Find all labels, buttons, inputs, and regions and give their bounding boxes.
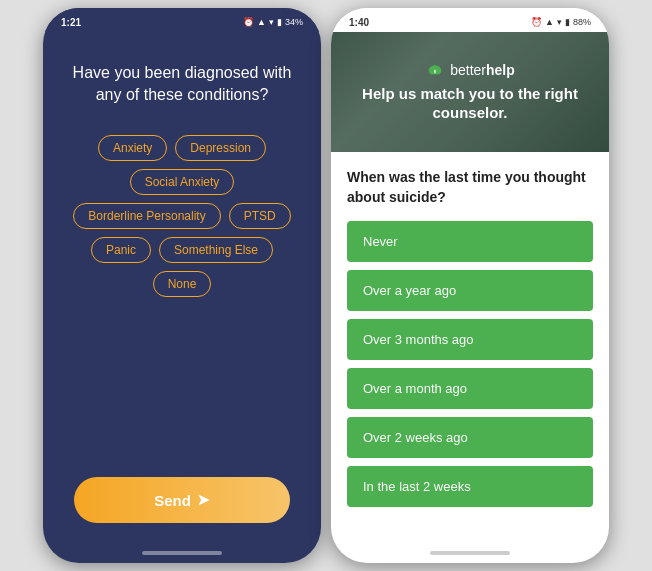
tag-ptsd[interactable]: PTSD bbox=[229, 203, 291, 229]
right-battery-pct: 88% bbox=[573, 17, 591, 27]
right-home-indicator bbox=[430, 551, 510, 555]
right-signal-icon: ▲ bbox=[545, 17, 554, 27]
left-time: 1:21 bbox=[61, 17, 81, 28]
left-home-indicator bbox=[142, 551, 222, 555]
header-image: betterhelp Help us match you to the righ… bbox=[331, 32, 609, 152]
brand-text: betterhelp bbox=[450, 62, 515, 78]
tag-something-else[interactable]: Something Else bbox=[159, 237, 273, 263]
tag-borderline[interactable]: Borderline Personality bbox=[73, 203, 220, 229]
left-status-bar: 1:21 ⏰ ▲ ▾ ▮ 34% bbox=[43, 8, 321, 32]
brand-prefix: better bbox=[450, 62, 486, 78]
suicide-question: When was the last time you thought about… bbox=[347, 168, 593, 207]
right-time: 1:40 bbox=[349, 17, 369, 28]
left-question: Have you been diagnosed with any of thes… bbox=[63, 62, 301, 107]
tag-none[interactable]: None bbox=[153, 271, 212, 297]
signal-icon: ▲ bbox=[257, 17, 266, 27]
brand-logo: betterhelp bbox=[425, 62, 515, 78]
option-over-month[interactable]: Over a month ago bbox=[347, 368, 593, 409]
tag-panic[interactable]: Panic bbox=[91, 237, 151, 263]
left-status-icons: ⏰ ▲ ▾ ▮ 34% bbox=[243, 17, 303, 27]
option-never[interactable]: Never bbox=[347, 221, 593, 262]
right-body: When was the last time you thought about… bbox=[331, 152, 609, 517]
arrow-icon: ➤ bbox=[197, 491, 210, 509]
brand-suffix: help bbox=[486, 62, 515, 78]
left-phone: 1:21 ⏰ ▲ ▾ ▮ 34% Have you been diagnosed… bbox=[43, 8, 321, 563]
right-phone: 1:40 ⏰ ▲ ▾ ▮ 88% betterhelp Help us ma bbox=[331, 8, 609, 563]
betterhelp-logo-icon bbox=[425, 63, 445, 77]
tag-anxiety[interactable]: Anxiety bbox=[98, 135, 167, 161]
right-status-bar: 1:40 ⏰ ▲ ▾ ▮ 88% bbox=[331, 8, 609, 32]
battery-icon: ▮ bbox=[277, 17, 282, 27]
battery-pct: 34% bbox=[285, 17, 303, 27]
left-content: Have you been diagnosed with any of thes… bbox=[43, 32, 321, 563]
option-in-last-2weeks[interactable]: In the last 2 weeks bbox=[347, 466, 593, 507]
option-over-year[interactable]: Over a year ago bbox=[347, 270, 593, 311]
alarm-icon: ⏰ bbox=[243, 17, 254, 27]
option-over-3months[interactable]: Over 3 months ago bbox=[347, 319, 593, 360]
header-tagline: Help us match you to the right counselor… bbox=[331, 84, 609, 123]
option-over-2weeks[interactable]: Over 2 weeks ago bbox=[347, 417, 593, 458]
wifi-icon: ▾ bbox=[269, 17, 274, 27]
send-label: Send bbox=[154, 492, 191, 509]
send-button[interactable]: Send ➤ bbox=[74, 477, 290, 523]
tags-container: Anxiety Depression Social Anxiety Border… bbox=[63, 135, 301, 297]
right-alarm-icon: ⏰ bbox=[531, 17, 542, 27]
right-battery-icon: ▮ bbox=[565, 17, 570, 27]
tag-social-anxiety[interactable]: Social Anxiety bbox=[130, 169, 235, 195]
tag-depression[interactable]: Depression bbox=[175, 135, 266, 161]
right-wifi-icon: ▾ bbox=[557, 17, 562, 27]
right-status-icons: ⏰ ▲ ▾ ▮ 88% bbox=[531, 17, 591, 27]
